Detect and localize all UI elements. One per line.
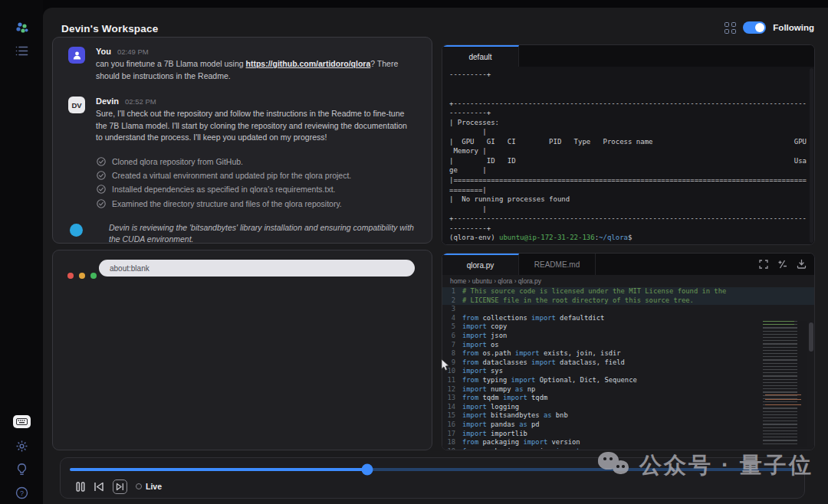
terminal-line [449,90,814,100]
keyboard-shortcuts-icon[interactable] [0,415,43,428]
message-author: Devin [96,97,119,106]
terminal-line: |=======================================… [449,176,814,186]
following-label: Following [773,23,814,32]
terminal-line: +---------------------------------------… [449,214,814,224]
code-line: 14import logging [442,403,814,412]
code-line: 19from packaging.version import parse [442,447,814,450]
chat-message-user: You 02:49 PM can you finetune a 7B Llama… [68,47,415,82]
fullscreen-icon[interactable] [759,260,768,269]
chat-message-devin: DV Devin 02:52 PM Sure, I'll check out t… [68,97,415,144]
check-circle-icon [97,185,106,194]
task-list-icon[interactable] [0,45,43,57]
terminal-tabbar: default [442,45,814,67]
check-circle-icon [97,157,106,166]
code-line: 12import numpy as np [442,385,814,394]
close-window-icon[interactable] [67,273,74,279]
skip-to-latest-button[interactable] [113,479,127,494]
message-text: can you finetune a 7B Llama model using … [96,58,415,82]
code-line: 7import os [442,341,814,350]
layout-grid-icon[interactable] [724,22,736,34]
code-line: 9from dataclasses import dataclass, fiel… [442,358,814,368]
following-toggle[interactable] [743,21,766,34]
code-line: 11from typing import Optional, Dict, Seq… [442,376,814,385]
checklist-item: Installed dependencies as specified in q… [97,182,415,196]
message-timestamp: 02:49 PM [117,47,149,56]
terminal-scrollbar[interactable] [810,68,813,243]
svg-text:?: ? [19,489,23,497]
timeline-player-bar: Live [60,457,805,499]
editor-tab-qlora-py[interactable]: qlora.py [442,254,519,275]
terminal-line: ---------+ [449,109,814,119]
devin-avatar: DV [68,97,85,113]
code-line: 5import copy [442,322,814,332]
pause-button[interactable] [76,482,85,492]
terminal-line: ge | [449,166,814,176]
code-line: 3 [442,305,814,314]
terminal-line: | No running processes found [449,195,814,205]
workspace-card: Devin's Workspace Following You 02:49 PM… [43,8,828,504]
code-line: 17import importlib [442,430,814,439]
download-icon[interactable] [797,259,807,269]
checklist-item: Created a virtual environment and update… [97,169,415,182]
minimap[interactable] [763,321,807,447]
lightbulb-icon[interactable] [0,463,43,476]
browser-panel: about:blank [52,250,432,450]
url-text: about:blank [110,264,150,273]
code-line: 2# LICENSE file in the root directory of… [442,296,814,306]
current-activity-status: Devin is reviewing the 'bitsandbytes' li… [70,222,415,244]
devin-logo-icon[interactable] [0,21,43,35]
timeline-slider[interactable] [70,468,795,471]
maximize-window-icon[interactable] [90,273,97,279]
repo-link[interactable]: https://github.com/artidoro/qlora [246,59,371,68]
code-area[interactable]: 1# This source code is licensed under th… [442,287,814,450]
terminal-line: | Processes: [449,119,814,129]
terminal-line: | [449,205,814,215]
checklist-item: Examined the directory structure and fil… [97,196,415,210]
sidebar: ? [0,0,43,504]
code-line: 16import pandas as pd [442,421,814,430]
message-author: You [96,47,111,56]
window-controls [67,273,97,279]
diff-icon[interactable] [777,260,787,269]
progress-checklist: Cloned qlora repository from GitHub. Cre… [97,155,415,211]
terminal-line: ========| [449,186,814,196]
terminal-line: Memory | [449,147,814,157]
editor-scrollbar[interactable] [809,322,813,352]
code-line: 10import sys [442,367,814,376]
code-line: 6import json [442,332,814,341]
status-text: Devin is reviewing the 'bitsandbytes' li… [109,222,415,244]
live-label: Live [146,482,162,491]
page-title: Devin's Workspace [61,23,158,34]
check-circle-icon [97,199,106,208]
terminal-line: ---------+ [449,224,814,234]
minimize-window-icon[interactable] [79,273,85,279]
chat-panel: You 02:49 PM can you finetune a 7B Llama… [52,37,432,244]
checklist-item: Cloned qlora repository from GitHub. [97,155,415,169]
help-icon[interactable]: ? [0,486,43,499]
code-line: 13from tqdm import tqdm [442,394,814,403]
code-line: 8from os.path import exists, join, isdir [442,349,814,358]
url-bar[interactable]: about:blank [99,260,415,277]
skip-to-start-button[interactable] [94,482,104,492]
terminal-prompt: (qlora-env) ubuntu@ip-172-31-22-136:~/ql… [449,234,814,241]
live-dot-icon [136,483,142,489]
terminal-line [449,80,814,90]
terminal-line: | [449,128,814,138]
user-avatar [68,47,85,64]
message-timestamp: 02:52 PM [125,97,156,106]
code-line: 1# This source code is licensed under th… [442,287,814,296]
terminal-line: ---------+ [449,70,814,80]
terminal-line: | ID ID Usa [449,157,814,167]
terminal-output[interactable]: ---------++-----------------------------… [442,67,814,244]
breadcrumb[interactable]: home › ubuntu › qlora › qlora.py [442,275,814,287]
message-text: Sure, I'll check out the repository and … [96,108,415,144]
code-line: 18from packaging import version [442,438,814,447]
active-status-dot [70,224,83,237]
terminal-tab-default[interactable]: default [442,45,519,67]
timeline-slider-thumb[interactable] [361,464,373,476]
code-line: 4from collections import defaultdict [442,314,814,323]
editor-tab-readme-md[interactable]: README.md [519,254,596,275]
live-indicator[interactable]: Live [136,482,162,491]
settings-gear-icon[interactable] [0,440,43,453]
editor-panel: qlora.py README.md home › ubuntu › qlora… [442,253,815,450]
